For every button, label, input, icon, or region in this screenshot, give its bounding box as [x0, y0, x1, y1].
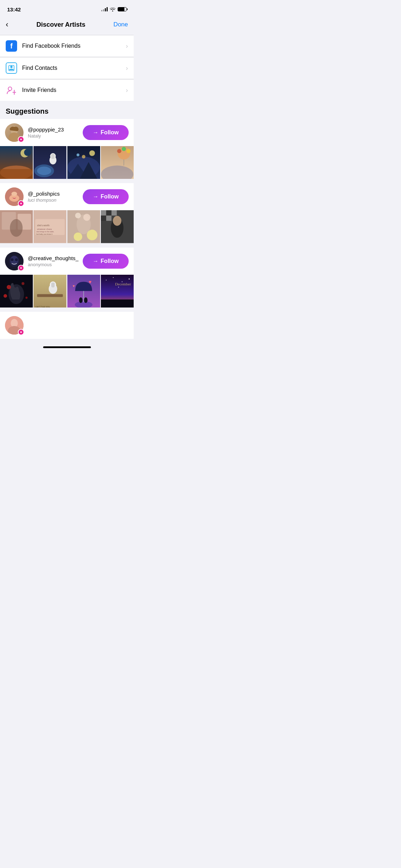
- find-facebook-item[interactable]: f Find Facebook Friends ›: [0, 35, 134, 57]
- artist-text: @creative_thoughts_ anonymous: [28, 255, 78, 267]
- artist-card-poppypie: ★ @poppypie_23 Nataly → Follow: [0, 119, 134, 179]
- image-grid-polishpics: she's worth whatever chaos she brings to…: [0, 210, 134, 243]
- svg-point-25: [82, 155, 85, 159]
- back-button[interactable]: ‹: [6, 19, 11, 31]
- artist-display-name: Nataly: [28, 133, 78, 139]
- svg-point-53: [73, 233, 82, 241]
- star-badge: ★: [18, 329, 24, 335]
- grid-cell: [101, 146, 134, 179]
- grid-cell: [0, 275, 33, 308]
- follow-button-creative[interactable]: → Follow: [83, 254, 129, 269]
- grid-cell: ♥ ♥: [67, 275, 100, 308]
- svg-rect-77: [51, 282, 55, 287]
- svg-rect-19: [51, 154, 55, 159]
- svg-text:♥: ♥: [72, 284, 74, 288]
- svg-rect-55: [101, 210, 106, 216]
- suggestions-header: Suggestions: [0, 101, 134, 119]
- svg-rect-87: [101, 299, 134, 308]
- grid-cell: December: [101, 275, 134, 308]
- find-contacts-label: Find Contacts: [22, 65, 126, 71]
- artist-text: @_polishpics luci thompson: [28, 191, 78, 203]
- svg-point-71: [4, 294, 7, 298]
- svg-point-51: [83, 214, 90, 221]
- follow-label: Follow: [101, 258, 119, 264]
- grid-cell: can't hug you: [34, 275, 66, 308]
- svg-rect-13: [0, 169, 33, 179]
- artist-display-name: luci thompson: [28, 197, 78, 203]
- svg-rect-59: [106, 216, 112, 221]
- svg-point-89: [113, 277, 113, 278]
- status-bar: 13:42: [0, 0, 134, 16]
- artist-text: @poppypie_23 Nataly: [28, 126, 78, 139]
- signal-icon: [101, 7, 108, 11]
- find-facebook-label: Find Facebook Friends: [22, 43, 126, 49]
- svg-point-72: [25, 296, 27, 299]
- grid-cell: she's worth whatever chaos she brings to…: [34, 210, 66, 243]
- svg-point-52: [87, 230, 97, 241]
- svg-point-69: [7, 285, 11, 289]
- svg-point-66: [15, 258, 18, 261]
- follow-arrow: →: [93, 193, 98, 200]
- grid-cell: [67, 146, 100, 179]
- bottom-bar: [0, 339, 134, 351]
- status-time: 13:42: [7, 6, 21, 12]
- svg-text:can't hug you: can't hug you: [35, 305, 50, 308]
- svg-point-36: [11, 192, 17, 196]
- svg-rect-58: [101, 216, 106, 221]
- artist-card-polishpics: ★ @_polishpics luci thompson → Follow: [0, 183, 134, 243]
- invite-friends-item[interactable]: Invite Friends ›: [0, 79, 134, 101]
- avatar-wrapper: ★: [5, 123, 24, 142]
- home-indicator: [43, 346, 91, 348]
- invite-icon: [6, 84, 17, 96]
- svg-rect-74: [37, 294, 63, 297]
- artist-info-row: ★ @creative_thoughts_ anonymous → Follow: [0, 248, 134, 275]
- invite-friends-label: Invite Friends: [22, 87, 126, 93]
- svg-point-88: [106, 279, 107, 280]
- facebook-icon: f: [6, 40, 17, 52]
- svg-text:♥: ♥: [88, 279, 91, 284]
- nav-bar: ‹ Discover Artists Done: [0, 16, 134, 35]
- image-grid-creative: can't hug you ♥ ♥: [0, 275, 134, 308]
- star-badge: ★: [18, 136, 24, 143]
- done-button[interactable]: Done: [110, 20, 128, 30]
- svg-point-26: [76, 154, 79, 156]
- svg-point-70: [22, 282, 25, 285]
- follow-button-polishpics[interactable]: → Follow: [83, 189, 129, 204]
- svg-point-32: [122, 147, 126, 151]
- find-contacts-item[interactable]: Find Contacts ›: [0, 57, 134, 79]
- svg-text:December: December: [115, 281, 131, 286]
- grid-cell: [0, 146, 33, 179]
- svg-point-91: [129, 278, 130, 279]
- svg-text:she's worth: she's worth: [37, 224, 50, 227]
- svg-point-31: [126, 149, 130, 153]
- artist-username: @poppypie_23: [28, 126, 78, 133]
- artist-display-name: anonymous: [28, 262, 78, 267]
- grid-cell: [101, 210, 134, 243]
- svg-text:but baby you know it: but baby you know it: [36, 234, 53, 236]
- avatar-wrapper: ★: [5, 252, 24, 270]
- chevron-icon: ›: [126, 42, 128, 50]
- contacts-icon: [6, 62, 17, 74]
- svg-point-1: [8, 87, 12, 91]
- status-icons: [101, 7, 127, 11]
- battery-icon: [118, 7, 127, 11]
- partial-artist-row: ★: [0, 312, 134, 339]
- svg-rect-56: [106, 210, 112, 216]
- avatar-wrapper: ★: [5, 187, 24, 206]
- chevron-icon: ›: [126, 64, 128, 72]
- svg-text:she brings to the table.: she brings to the table.: [36, 231, 54, 233]
- svg-point-41: [10, 219, 23, 237]
- follow-arrow: →: [93, 129, 98, 136]
- follow-button-poppypie[interactable]: → Follow: [83, 125, 129, 140]
- svg-point-82: [79, 297, 82, 303]
- svg-point-83: [84, 297, 87, 303]
- star-badge: ★: [18, 200, 24, 207]
- svg-point-24: [89, 150, 95, 156]
- follow-label: Follow: [101, 193, 119, 200]
- svg-point-65: [11, 258, 14, 261]
- svg-point-61: [113, 216, 121, 226]
- suggestions-title: Suggestions: [6, 107, 48, 115]
- svg-point-92: [118, 286, 119, 287]
- image-grid-poppypie: [0, 146, 134, 179]
- star-badge: ★: [18, 265, 24, 271]
